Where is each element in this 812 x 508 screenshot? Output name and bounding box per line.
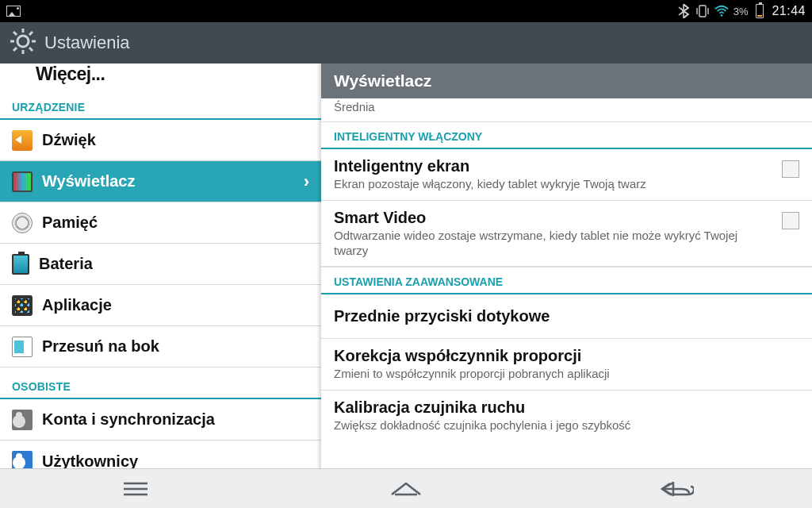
sidebar-item-more[interactable]: Więcej... (0, 64, 321, 88)
setting-font-size-value[interactable]: Średnia (321, 98, 812, 121)
slide-aside-icon (12, 337, 33, 357)
svg-point-2 (17, 36, 29, 47)
sidebar-item-slide-aside[interactable]: Przesuń na bok (0, 326, 321, 368)
setting-title: Smart Video (334, 209, 774, 227)
sound-icon (12, 130, 33, 151)
sidebar-item-label: Pamięć (42, 214, 98, 232)
section-advanced: USTAWIENIA ZAAWANSOWANE (321, 267, 812, 294)
sidebar-item-accounts[interactable]: Konta i synchronizacja (0, 399, 321, 441)
detail-title: Wyświetlacz (321, 64, 812, 98)
setting-title: Kalibracja czujnika ruchu (334, 398, 799, 417)
detail-scroll[interactable]: Rozmiar czcionki Średnia INTELIGENTNY WŁ… (321, 98, 812, 468)
page-title: Ustawienia (44, 33, 130, 53)
menu-button[interactable] (108, 476, 163, 502)
sidebar-item-display[interactable]: Wyświetlacz › (0, 161, 321, 202)
setting-smart-video[interactable]: Smart Video Odtwarzanie wideo zostaje ws… (321, 201, 812, 267)
sidebar-item-label: Użytkownicy (42, 452, 138, 469)
svg-line-8 (29, 48, 33, 51)
smart-video-checkbox[interactable] (782, 212, 799, 229)
section-smart-on: INTELIGENTNY WŁĄCZONY (321, 121, 812, 149)
svg-rect-0 (699, 6, 706, 17)
settings-sidebar[interactable]: Więcej... URZĄDZENIE Dźwięk Wyświetlacz … (0, 64, 321, 468)
detail-pane: Wyświetlacz Rozmiar czcionki Średnia INT… (321, 64, 812, 468)
sidebar-item-label: Dźwięk (42, 131, 96, 149)
sidebar-item-sound[interactable]: Dźwięk (0, 120, 321, 161)
back-button[interactable] (649, 476, 704, 502)
setting-title: Przednie przyciski dotykowe (334, 307, 799, 325)
wifi-icon (714, 4, 729, 18)
vibrate-icon (695, 4, 710, 18)
apps-icon (12, 295, 33, 316)
setting-desc: Odtwarzanie wideo zostaje wstrzymane, ki… (334, 229, 774, 259)
sidebar-section-personal: OSOBISTE (0, 368, 321, 399)
users-icon (12, 451, 33, 468)
display-icon (12, 171, 33, 192)
sidebar-section-device: URZĄDZENIE (0, 88, 321, 120)
svg-point-1 (720, 14, 722, 17)
sidebar-item-apps[interactable]: Aplikacje (0, 285, 321, 326)
setting-motion-sensor[interactable]: Kalibracja czujnika ruchu Zwiększ dokład… (321, 391, 812, 441)
chevron-right-icon: › (304, 171, 309, 192)
setting-desc: Zwiększ dokładność czujnika pochylenia i… (334, 418, 799, 433)
svg-line-10 (13, 48, 17, 51)
home-button[interactable] (378, 476, 434, 502)
clock: 21:44 (772, 4, 806, 18)
app-header: Ustawienia (0, 22, 812, 64)
setting-front-touch-buttons[interactable]: Przednie przyciski dotykowe (321, 294, 812, 339)
svg-line-9 (29, 32, 33, 35)
setting-title: Inteligentny ekran (334, 157, 774, 175)
setting-desc: Zmieni to współczynnik proporcji pobrany… (334, 367, 799, 382)
accounts-icon (12, 410, 33, 430)
battery-icon (753, 4, 767, 18)
sidebar-item-label: Bateria (39, 255, 93, 273)
sidebar-item-users[interactable]: Użytkownicy (0, 441, 321, 468)
status-bar: 3% 21:44 (0, 0, 812, 22)
battery-percentage: 3% (733, 6, 749, 17)
setting-title: Korekcja współczynnik proporcji (334, 347, 799, 365)
sidebar-item-battery[interactable]: Bateria (0, 244, 321, 285)
setting-smart-screen[interactable]: Inteligentny ekran Ekran pozostaje włącz… (321, 149, 812, 201)
sidebar-item-label: Wyświetlacz (42, 172, 135, 190)
sidebar-item-label: Aplikacje (42, 296, 112, 314)
gear-icon (10, 28, 36, 58)
bluetooth-icon (676, 4, 691, 18)
sidebar-item-label: Konta i synchronizacja (42, 410, 215, 429)
setting-aspect-ratio[interactable]: Korekcja współczynnik proporcji Zmieni t… (321, 339, 812, 391)
navigation-bar (0, 468, 812, 508)
smart-screen-checkbox[interactable] (782, 160, 799, 178)
sidebar-item-storage[interactable]: Pamięć (0, 202, 321, 244)
battery-menu-icon (12, 254, 29, 275)
picture-notification-icon (6, 4, 21, 18)
sidebar-item-label: Przesuń na bok (42, 337, 159, 356)
setting-desc: Ekran pozostaje włączony, kiedy tablet w… (334, 177, 774, 192)
storage-icon (12, 213, 33, 233)
svg-line-7 (13, 32, 17, 35)
